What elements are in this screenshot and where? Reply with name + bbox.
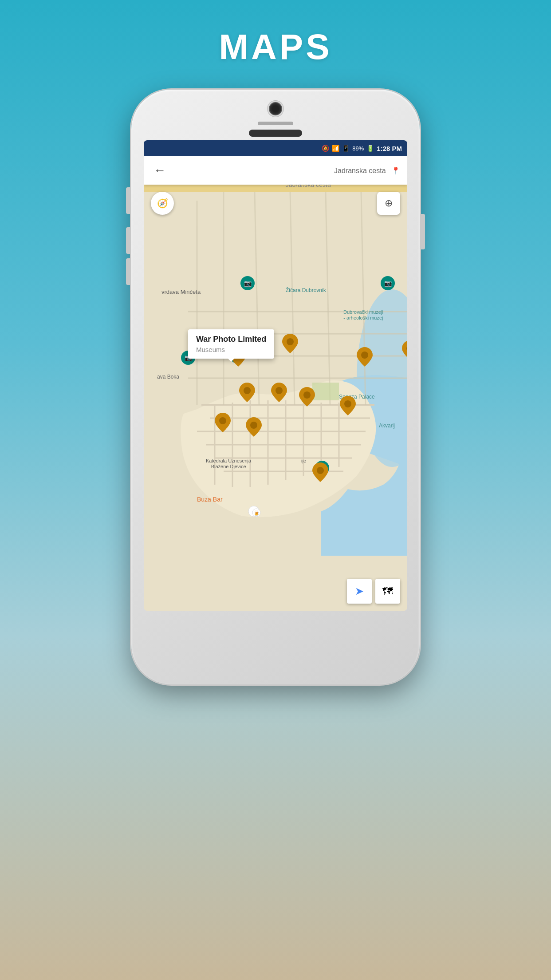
map-pin-9[interactable] [340,396,356,417]
map-pin-11[interactable] [246,417,262,439]
status-icons: 🔕 📶 📱 89% 🔋 1:28 PM [322,145,402,152]
google-maps-button[interactable]: 🗺 [375,579,400,604]
map-header: ← Jadranska cesta 📍 [144,156,407,185]
svg-text:🍺: 🍺 [253,510,260,516]
map-header-label: Jadranska cesta 📍 [169,166,400,175]
compass-icon: 🧭 [157,198,168,209]
svg-point-36 [244,387,251,394]
map-pin-6[interactable] [239,383,255,404]
map-pin-7[interactable] [271,383,287,404]
svg-point-38 [303,391,311,399]
teal-camera-icon-1 [240,276,255,290]
directions-icon: ➤ [355,585,364,597]
back-button[interactable]: ← [151,162,169,179]
map-pin-12[interactable] [312,462,328,484]
map-pin-10[interactable] [215,413,231,434]
street-label-header: Jadranska cesta [334,167,386,174]
page-title: MAPS [219,27,332,67]
earpiece [249,130,302,137]
map-view: ← Jadranska cesta 📍 Jadranska cesta 🧭 ⊕ [144,156,407,611]
teal-camera-icon-2 [381,276,395,290]
phone-mockup: 🔕 📶 📱 89% 🔋 1:28 PM [129,90,422,933]
directions-button[interactable]: ➤ [347,579,372,604]
mute-icon: 🔕 [322,145,329,152]
clock: 1:28 PM [377,145,402,152]
phone-top [131,90,420,140]
buza-bar-icon: 🍺 [250,508,263,521]
svg-point-42 [317,467,324,474]
status-bar: 🔕 📶 📱 89% 🔋 1:28 PM [144,140,407,156]
location-pin-header-icon: 📍 [391,167,400,174]
svg-point-40 [219,417,226,424]
svg-rect-27 [312,383,339,400]
speaker-grille [258,122,293,125]
my-location-button[interactable]: ⊕ [377,192,400,215]
phone-screen: 🔕 📶 📱 89% 🔋 1:28 PM [144,140,407,611]
location-target-icon: ⊕ [385,198,393,209]
map-pin-4[interactable] [357,347,373,368]
back-arrow-icon: ← [153,163,166,178]
wifi-icon: 📶 [332,145,339,152]
battery-indicator: 89% [352,145,364,152]
google-maps-icon: 🗺 [382,585,393,597]
svg-point-41 [250,422,257,429]
front-camera [269,102,282,115]
map-pin-5[interactable] [402,340,407,362]
popup-title: War Photo Limited [196,335,266,344]
compass-button[interactable]: 🧭 [151,192,174,215]
battery-icon: 🔋 [366,145,374,152]
signal-icon: 📱 [342,145,350,152]
svg-point-33 [287,338,294,345]
map-bottom-buttons: ➤ 🗺 [347,579,400,604]
popup-subtitle: Museums [196,346,266,353]
svg-point-39 [344,400,351,407]
map-pin-8[interactable] [299,387,315,408]
phone-body: 🔕 📶 📱 89% 🔋 1:28 PM [131,90,420,684]
info-popup[interactable]: War Photo Limited Museums [188,329,274,359]
map-pin-3[interactable] [282,334,298,355]
svg-point-34 [361,352,368,359]
svg-point-37 [276,387,283,394]
